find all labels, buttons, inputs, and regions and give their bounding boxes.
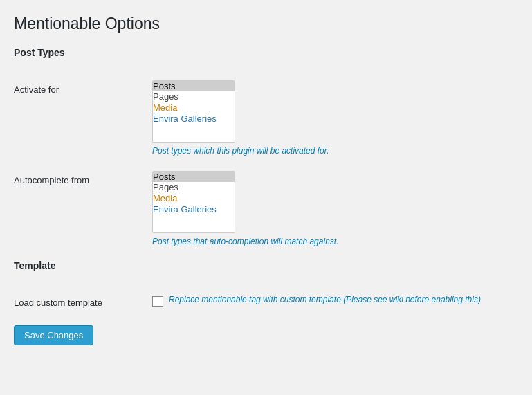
autocomplete-from-listbox-container: Posts Pages Media Envira Galleries bbox=[152, 171, 518, 233]
activate-for-option-media[interactable]: Media bbox=[153, 102, 235, 113]
autocomplete-from-option-envira[interactable]: Envira Galleries bbox=[153, 204, 235, 215]
activate-for-control: Posts Pages Media Envira Galleries Post … bbox=[152, 72, 518, 156]
post-types-section: Post Types Activate for Posts Pages Medi… bbox=[14, 47, 518, 246]
autocomplete-from-option-pages[interactable]: Pages bbox=[153, 182, 235, 193]
load-custom-template-control: Replace mentionable tag with custom temp… bbox=[152, 285, 518, 307]
activate-for-description: Post types which this plugin will be act… bbox=[152, 146, 518, 156]
activate-for-option-envira[interactable]: Envira Galleries bbox=[153, 113, 235, 125]
autocomplete-from-option-media[interactable]: Media bbox=[153, 193, 235, 204]
activate-for-label: Activate for bbox=[14, 72, 152, 95]
activate-for-row: Activate for Posts Pages Media Envira Ga… bbox=[14, 72, 518, 156]
template-heading: Template bbox=[14, 260, 518, 275]
autocomplete-from-listbox[interactable]: Posts Pages Media Envira Galleries bbox=[152, 171, 235, 233]
load-custom-template-label: Load custom template bbox=[14, 285, 152, 308]
custom-template-checkbox[interactable] bbox=[152, 296, 163, 307]
activate-for-option-pages[interactable]: Pages bbox=[153, 91, 235, 102]
activate-for-listbox-container: Posts Pages Media Envira Galleries bbox=[152, 80, 518, 143]
autocomplete-from-row: Autocomplete from Posts Pages Media Envi… bbox=[14, 163, 518, 246]
autocomplete-from-control: Posts Pages Media Envira Galleries Post … bbox=[152, 163, 518, 246]
custom-template-description: Replace mentionable tag with custom temp… bbox=[169, 295, 481, 304]
template-section: Template Load custom template Replace me… bbox=[14, 260, 518, 308]
custom-template-checkbox-wrapper: Replace mentionable tag with custom temp… bbox=[152, 295, 518, 307]
autocomplete-from-label: Autocomplete from bbox=[14, 163, 152, 185]
page-wrapper: Mentionable Options Post Types Activate … bbox=[0, 0, 532, 359]
load-custom-template-row: Load custom template Replace mentionable… bbox=[14, 285, 518, 308]
save-changes-button[interactable]: Save Changes bbox=[14, 325, 93, 345]
page-title: Mentionable Options bbox=[14, 14, 518, 35]
post-types-heading: Post Types bbox=[14, 47, 518, 62]
activate-for-option-posts[interactable]: Posts bbox=[153, 81, 235, 92]
autocomplete-from-option-posts[interactable]: Posts bbox=[153, 172, 235, 183]
autocomplete-from-description: Post types that auto-completion will mat… bbox=[152, 237, 518, 246]
activate-for-listbox[interactable]: Posts Pages Media Envira Galleries bbox=[152, 80, 235, 143]
